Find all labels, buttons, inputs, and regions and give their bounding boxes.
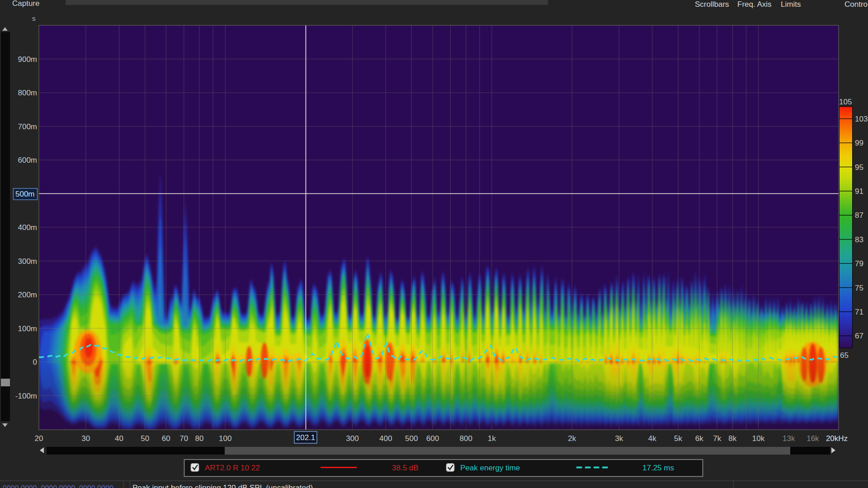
svg-text:500m: 500m bbox=[15, 190, 35, 198]
svg-text:s: s bbox=[32, 14, 36, 22]
svg-text:400: 400 bbox=[379, 434, 392, 443]
svg-text:300: 300 bbox=[346, 434, 359, 443]
svg-text:ART2.0 R 10 22: ART2.0 R 10 22 bbox=[205, 464, 260, 472]
svg-text:38.5 dB: 38.5 dB bbox=[392, 464, 419, 472]
svg-text:900m: 900m bbox=[18, 55, 37, 64]
svg-text:103: 103 bbox=[855, 115, 868, 123]
svg-text:Peak input before clipping 120: Peak input before clipping 120 dB SPL (u… bbox=[132, 483, 313, 488]
svg-text:60: 60 bbox=[162, 434, 170, 443]
svg-text:Limits: Limits bbox=[781, 0, 801, 9]
svg-text:87: 87 bbox=[855, 211, 863, 220]
svg-text:13k: 13k bbox=[783, 434, 795, 443]
svg-text:20: 20 bbox=[35, 434, 43, 443]
svg-text:202.1: 202.1 bbox=[296, 433, 316, 442]
svg-text:83: 83 bbox=[855, 235, 863, 244]
svg-text:Controls: Controls bbox=[844, 0, 868, 9]
svg-text:5k: 5k bbox=[674, 434, 682, 443]
svg-text:10k: 10k bbox=[752, 434, 765, 443]
svg-text:800m: 800m bbox=[18, 89, 37, 97]
svg-text:95: 95 bbox=[855, 163, 863, 172]
svg-text:50: 50 bbox=[141, 434, 149, 443]
svg-text:75: 75 bbox=[855, 284, 863, 292]
svg-text:600: 600 bbox=[426, 434, 439, 443]
svg-text:700m: 700m bbox=[18, 122, 37, 131]
svg-text:8k: 8k bbox=[728, 434, 736, 443]
svg-text:20kHz: 20kHz bbox=[826, 434, 848, 443]
svg-text:79: 79 bbox=[855, 259, 863, 268]
svg-text:100m: 100m bbox=[18, 324, 37, 333]
svg-text:71: 71 bbox=[855, 308, 863, 316]
svg-text:Capture: Capture bbox=[12, 0, 39, 8]
svg-text:6k: 6k bbox=[695, 434, 703, 443]
svg-text:0000 0000, 0000 0000, 0000 000: 0000 0000, 0000 0000, 0000 0000 bbox=[3, 484, 113, 488]
svg-text:3k: 3k bbox=[615, 434, 623, 443]
svg-text:Peak energy time: Peak energy time bbox=[460, 464, 520, 472]
svg-text:30: 30 bbox=[81, 434, 90, 443]
svg-text:600m: 600m bbox=[18, 156, 37, 164]
svg-text:800: 800 bbox=[460, 434, 472, 443]
svg-text:67: 67 bbox=[855, 332, 863, 340]
svg-text:16k: 16k bbox=[807, 434, 819, 443]
svg-text:40: 40 bbox=[115, 434, 123, 443]
svg-text:4k: 4k bbox=[648, 434, 656, 443]
svg-text:300m: 300m bbox=[18, 257, 37, 266]
svg-text:200m: 200m bbox=[18, 291, 37, 299]
svg-text:2k: 2k bbox=[568, 434, 576, 443]
svg-text:65: 65 bbox=[840, 351, 849, 360]
svg-text:105: 105 bbox=[839, 98, 852, 106]
svg-text:17.25 ms: 17.25 ms bbox=[642, 464, 674, 472]
svg-text:500: 500 bbox=[405, 434, 418, 443]
svg-text:Scrollbars: Scrollbars bbox=[695, 0, 729, 9]
svg-text:100: 100 bbox=[219, 434, 231, 443]
svg-text:-100m: -100m bbox=[15, 392, 37, 400]
svg-text:7k: 7k bbox=[713, 434, 721, 443]
svg-text:91: 91 bbox=[855, 187, 863, 196]
svg-text:400m: 400m bbox=[18, 223, 37, 232]
svg-text:70: 70 bbox=[179, 434, 188, 443]
svg-text:80: 80 bbox=[195, 434, 204, 443]
svg-text:1k: 1k bbox=[488, 434, 496, 443]
svg-text:99: 99 bbox=[855, 139, 863, 147]
svg-text:Freq. Axis: Freq. Axis bbox=[737, 0, 772, 9]
svg-text:0: 0 bbox=[33, 358, 37, 366]
